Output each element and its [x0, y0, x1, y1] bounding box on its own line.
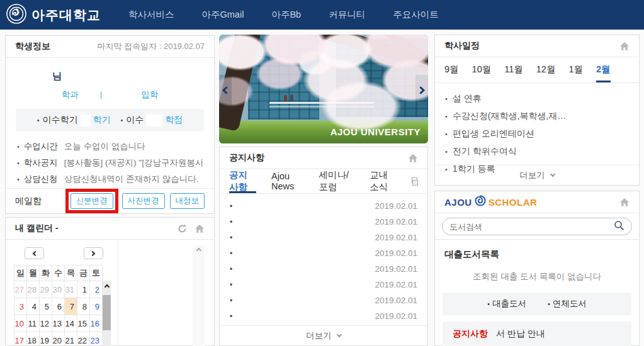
- scroll-up-icon[interactable]: [104, 284, 109, 289]
- notice-item[interactable]: •2019.02.01: [230, 198, 417, 214]
- calendar-day[interactable]: 14: [65, 315, 77, 332]
- notice-item[interactable]: •2019.02.01: [230, 230, 417, 245]
- calendar-day[interactable]: 16: [90, 315, 103, 332]
- top-navbar: 아주대학교 학사서비스 아주Gmail 아주Bb 커뮤니티 주요사이트: [0, 0, 644, 30]
- calendar-day[interactable]: 23: [90, 332, 103, 346]
- panel-scrollbar[interactable]: [193, 245, 205, 346]
- calendar-day[interactable]: 5: [40, 298, 52, 315]
- student-info-panel: 학생정보 마지막 접속일자 : 2019.02.07 님 학과 | 입학 • 이…: [5, 35, 215, 214]
- loaned-books-link[interactable]: •대출도서: [487, 298, 526, 310]
- nav-item-academic-service[interactable]: 학사서비스: [128, 9, 174, 21]
- calendar-day[interactable]: 19: [40, 332, 52, 346]
- credit-stats-box: • 이수학기 학기 • 이수 학점: [16, 109, 204, 131]
- calendar-day[interactable]: 10: [14, 315, 27, 332]
- open-window-icon[interactable]: [412, 177, 418, 186]
- schedule-title: 학사일정: [444, 40, 480, 52]
- calendar-next-button[interactable]: [84, 247, 103, 259]
- notices-more-button[interactable]: 더보기: [220, 325, 427, 345]
- tab-month-sep[interactable]: 9월: [444, 57, 459, 82]
- library-notice-text: 서 반납 안내: [496, 328, 545, 340]
- calendar-day[interactable]: 20: [52, 332, 65, 346]
- tab-seminar-forum[interactable]: 세미나/포럼: [319, 169, 355, 193]
- carousel-prev-arrow[interactable]: [219, 75, 232, 105]
- search-icon[interactable]: [614, 220, 624, 233]
- calendar-day[interactable]: 1: [77, 281, 90, 298]
- notice-item[interactable]: •2019.02.01: [230, 261, 417, 277]
- nav-item-community[interactable]: 커뮤니티: [329, 9, 365, 21]
- photo-change-button[interactable]: 사진변경: [122, 193, 165, 209]
- calendar-day[interactable]: 27: [14, 281, 27, 298]
- calendar-day[interactable]: 18: [27, 332, 40, 346]
- refresh-icon[interactable]: [178, 224, 187, 233]
- calendar-day[interactable]: 4: [27, 298, 40, 315]
- notice-item[interactable]: •2019.02.01: [230, 308, 417, 324]
- tab-month-dec[interactable]: 12월: [536, 57, 556, 82]
- calendar-day[interactable]: 13: [52, 315, 65, 332]
- nav-item-gmail[interactable]: 아주Gmail: [202, 9, 244, 21]
- tab-month-nov[interactable]: 11월: [504, 57, 523, 82]
- nav-item-bb[interactable]: 아주Bb: [271, 9, 301, 21]
- credit-unit: 학점: [165, 114, 183, 126]
- calendar-day[interactable]: 22: [77, 332, 90, 346]
- notice-item[interactable]: •2019.02.01: [230, 214, 417, 230]
- schedule-item[interactable]: •설 연휴: [445, 90, 629, 108]
- notice-item[interactable]: •2019.02.01: [230, 277, 417, 293]
- notice-item[interactable]: •2019.02.01: [230, 245, 417, 261]
- calendar-scrollbar[interactable]: [103, 281, 111, 346]
- semester-label: 이수학기: [43, 114, 78, 126]
- calendar-day[interactable]: 21: [65, 332, 77, 346]
- library-notice-box[interactable]: 공지사항 서 반납 안내: [443, 321, 631, 346]
- mailbox-label[interactable]: 메일함: [15, 196, 42, 207]
- calendar-day[interactable]: 28: [27, 281, 40, 298]
- schedule-more-button[interactable]: 더보기: [435, 165, 639, 185]
- calendar-day[interactable]: 2: [90, 281, 103, 298]
- home-icon[interactable]: [195, 224, 205, 233]
- tab-month-oct[interactable]: 10월: [472, 57, 492, 82]
- carousel-next-arrow[interactable]: [415, 75, 428, 105]
- tab-month-jan[interactable]: 1월: [568, 57, 583, 82]
- overdue-books-link[interactable]: •연체도서: [548, 298, 587, 310]
- tab-notices[interactable]: 공지사항: [229, 169, 256, 193]
- schedule-item[interactable]: •편입생 오리엔테이션: [445, 125, 629, 143]
- calendar-prev-button[interactable]: [25, 247, 44, 259]
- home-icon[interactable]: [408, 153, 418, 163]
- ajou-scholar-logo[interactable]: AJOU SCHOLAR: [444, 195, 537, 209]
- calendar-day[interactable]: 3: [14, 298, 27, 315]
- calendar-day[interactable]: 30: [52, 281, 65, 298]
- brand[interactable]: 아주대학교: [6, 4, 101, 26]
- calendar-day[interactable]: 31: [65, 281, 77, 298]
- calendar-day[interactable]: 11: [27, 315, 40, 332]
- home-icon[interactable]: [619, 42, 630, 51]
- tab-campus-news[interactable]: 교내소식: [370, 169, 397, 193]
- calendar-day[interactable]: 12: [40, 315, 52, 332]
- scroll-up-icon[interactable]: [196, 248, 201, 253]
- identity-change-button[interactable]: 신분변경: [71, 193, 113, 209]
- info-row-academic-notice[interactable]: • 학사공지 [봉사활동] (재공지) "[강남구자원봉사센터]…: [17, 157, 203, 169]
- scrollbar-thumb[interactable]: [103, 295, 111, 330]
- calendar-day-today[interactable]: 7: [65, 298, 77, 315]
- info-row-class-time[interactable]: • 수업시간 오늘 수업이 없습니다: [17, 141, 203, 152]
- notice-item[interactable]: •2019.02.01: [230, 293, 417, 308]
- my-info-button[interactable]: 내정보: [170, 193, 205, 209]
- banner-carousel: AJOU UNIVERSITY: [219, 35, 428, 143]
- book-search-box[interactable]: [442, 218, 632, 235]
- schedule-item[interactable]: •전기 학위수여식: [445, 143, 629, 160]
- calendar-day[interactable]: 8: [77, 298, 90, 315]
- info-row-counseling[interactable]: • 상담신청 상담신청내역이 존재하지 않습니다.: [17, 174, 203, 185]
- admission-label[interactable]: 입학: [141, 89, 158, 101]
- book-search-input[interactable]: [449, 222, 614, 232]
- calendar-day[interactable]: 15: [77, 315, 90, 332]
- nav-item-main-sites[interactable]: 주요사이트: [393, 9, 439, 21]
- home-icon[interactable]: [619, 198, 630, 207]
- calendar-day[interactable]: 29: [40, 281, 52, 298]
- semester-unit: 학기: [93, 114, 111, 126]
- tab-ajou-news[interactable]: Ajou News: [271, 169, 303, 193]
- dept-admission-line: 학과 | 입학: [6, 89, 214, 101]
- calendar-day[interactable]: 6: [52, 298, 65, 315]
- schedule-item[interactable]: •수강신청(재학생,복학생,재…: [445, 108, 629, 125]
- calendar-day[interactable]: 9: [90, 298, 103, 315]
- loan-list-title: 대출도서목록: [435, 240, 639, 260]
- calendar-day[interactable]: 17: [14, 332, 27, 346]
- tab-month-feb[interactable]: 2월: [596, 57, 611, 82]
- dept-label[interactable]: 학과: [62, 89, 79, 101]
